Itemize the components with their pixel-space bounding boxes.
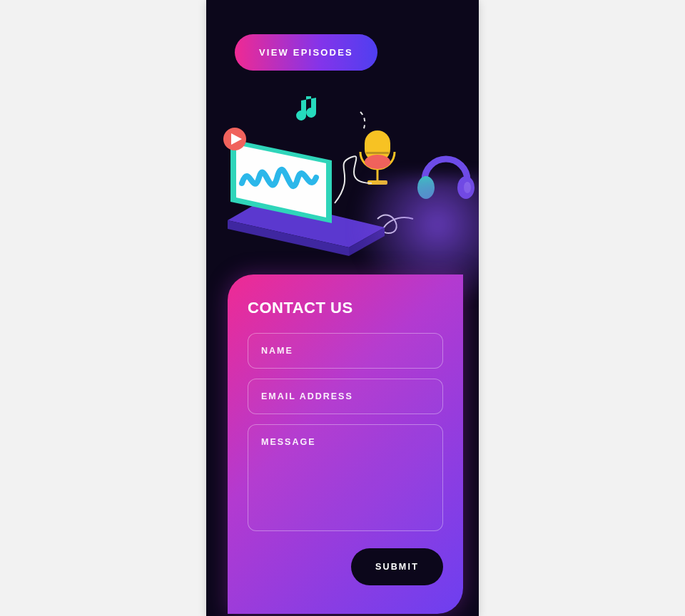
email-field[interactable]: [248, 379, 443, 414]
svg-point-3: [365, 155, 390, 169]
music-note-icon: [296, 96, 316, 120]
name-field[interactable]: [248, 333, 443, 369]
message-field[interactable]: [248, 424, 443, 531]
play-icon: [223, 128, 246, 150]
svg-rect-4: [366, 152, 389, 154]
view-episodes-button[interactable]: VIEW EPISODES: [235, 34, 377, 71]
contact-form: CONTACT US SUBMIT: [228, 274, 463, 614]
submit-button[interactable]: SUBMIT: [351, 548, 443, 585]
contact-title: CONTACT US: [248, 299, 443, 317]
hero-illustration: [206, 83, 479, 262]
squiggle-icon: [360, 112, 365, 130]
submit-row: SUBMIT: [248, 548, 443, 585]
app-card: VIEW EPISODES: [206, 0, 479, 616]
